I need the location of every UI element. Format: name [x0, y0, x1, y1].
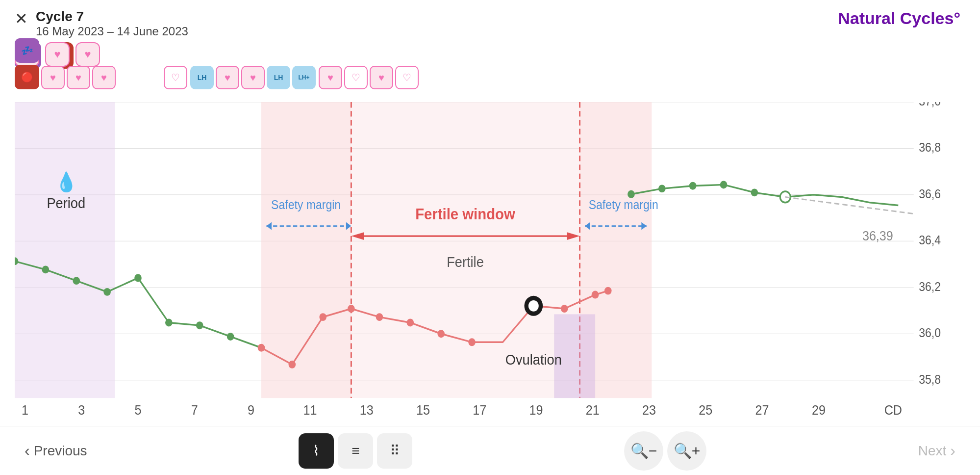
- green-dot-20: [658, 185, 666, 192]
- previous-button[interactable]: ‹ Previous: [25, 442, 87, 460]
- fertile-window-label: Fertile window: [415, 205, 515, 222]
- line-chart-icon: ⌇: [313, 443, 320, 459]
- pink-dot-15: [437, 330, 445, 338]
- x-label-27: 27: [755, 402, 769, 418]
- heart-icon-3: ♥: [75, 42, 100, 67]
- chart-tools-group: ⌇ ≡ ⠿: [299, 433, 412, 469]
- header-left: ✕ Cycle 7 16 May 2023 – 14 June 2023: [15, 9, 188, 38]
- safety-margin-left: [261, 102, 351, 398]
- pink-dot-12: [348, 305, 355, 313]
- green-dot-4: [103, 288, 111, 296]
- y-label-360: 36,0: [919, 326, 941, 340]
- chart-container: 37,0 36,8 36,6 36,4 36,2 36,0 35,8 Perio…: [15, 102, 970, 426]
- header: ✕ Cycle 7 16 May 2023 – 14 June 2023 Nat…: [0, 0, 980, 38]
- green-dot-19: [628, 190, 635, 198]
- pink-dot-18b: [592, 291, 599, 299]
- x-label-19: 19: [529, 402, 543, 418]
- green-dot-5: [134, 274, 142, 282]
- green-temp-line-7-10: [169, 322, 261, 347]
- y-label-358: 35,8: [919, 372, 941, 386]
- x-label-7: 7: [191, 402, 198, 418]
- ovulation-dot-inner: [528, 300, 539, 312]
- x-label-29: 29: [812, 402, 826, 418]
- period-label: Period: [47, 195, 85, 211]
- equals-chart-button[interactable]: ≡: [338, 433, 373, 469]
- heart-icon-2: ♥: [45, 42, 70, 67]
- green-dot-21: [689, 182, 697, 190]
- pink-dot-13: [376, 313, 383, 321]
- cycle-info: Cycle 7 16 May 2023 – 14 June 2023: [36, 9, 188, 38]
- period-zone: [15, 102, 115, 398]
- x-label-13: 13: [360, 402, 374, 418]
- x-label-5: 5: [134, 402, 141, 418]
- zoom-in-icon: 🔍+: [674, 442, 701, 459]
- safety-left-label: Safety margin: [271, 198, 341, 212]
- pink-dot-18: [561, 305, 568, 313]
- zoom-out-button[interactable]: 🔍−: [624, 431, 663, 471]
- y-label-368: 36,8: [919, 140, 941, 154]
- green-dot-8: [227, 333, 234, 341]
- x-label-3: 3: [78, 402, 85, 418]
- green-dot-7: [196, 321, 203, 329]
- ovulation-label: Ovulation: [505, 351, 562, 368]
- x-label-15: 15: [416, 402, 430, 418]
- y-label-364: 36,4: [919, 233, 941, 247]
- x-label-17: 17: [473, 402, 486, 418]
- x-label-23: 23: [642, 402, 656, 418]
- safety-right-label: Safety margin: [589, 198, 658, 212]
- icons-row: 💤 🔴 ♥ ♥ ♥: [0, 38, 980, 102]
- next-button[interactable]: Next ›: [918, 442, 955, 460]
- pink-dot-9: [258, 344, 265, 352]
- chevron-right-icon: ›: [950, 442, 955, 460]
- x-label-21: 21: [586, 402, 600, 418]
- pink-dot-19b: [604, 287, 612, 295]
- last-value-label: 36,39: [862, 228, 893, 243]
- cycle-title: Cycle 7: [36, 9, 188, 25]
- bottom-bar: ‹ Previous ⌇ ≡ ⠿ 🔍− 🔍+ Next ›: [0, 426, 980, 475]
- chevron-left-icon: ‹: [25, 442, 30, 460]
- x-label-cd: CD: [884, 402, 902, 418]
- y-label-370: 37,0: [919, 102, 941, 108]
- equals-icon: ≡: [352, 443, 359, 459]
- dots-grid-icon: ⠿: [390, 443, 400, 459]
- pink-dot-14: [407, 319, 414, 327]
- previous-label: Previous: [34, 443, 87, 459]
- x-label-9: 9: [248, 402, 254, 418]
- period-drops-icon: 💧: [55, 171, 77, 194]
- zoom-in-button[interactable]: 🔍+: [667, 431, 706, 471]
- zoom-out-icon: 🔍−: [630, 442, 657, 459]
- green-dot-23: [751, 188, 758, 196]
- x-label-1: 1: [22, 402, 28, 418]
- cycle-dates: 16 May 2023 – 14 June 2023: [36, 25, 188, 38]
- line-chart-button[interactable]: ⌇: [299, 433, 334, 469]
- brand-logo: Natural Cycles°: [838, 9, 960, 28]
- x-label-25: 25: [699, 402, 712, 418]
- fertile-label: Fertile: [447, 254, 484, 270]
- green-dot-2: [42, 265, 50, 273]
- y-label-362: 36,2: [919, 280, 941, 293]
- dots-chart-button[interactable]: ⠿: [377, 433, 412, 469]
- chart-svg: 37,0 36,8 36,6 36,4 36,2 36,0 35,8 Perio…: [15, 102, 970, 426]
- zoom-group: 🔍− 🔍+: [624, 431, 706, 471]
- close-button[interactable]: ✕: [15, 11, 28, 26]
- y-label-366: 36,6: [919, 187, 941, 201]
- next-label: Next: [918, 443, 947, 459]
- x-label-11: 11: [303, 402, 317, 418]
- green-dot-22: [720, 181, 728, 188]
- pink-dot-16: [468, 338, 476, 346]
- green-dot-3: [73, 277, 80, 285]
- app-container: ✕ Cycle 7 16 May 2023 – 14 June 2023 Nat…: [0, 0, 980, 475]
- pink-dot-10: [289, 361, 296, 369]
- heart-icon-1: ♥: [15, 42, 39, 67]
- pink-dot-11: [319, 313, 327, 321]
